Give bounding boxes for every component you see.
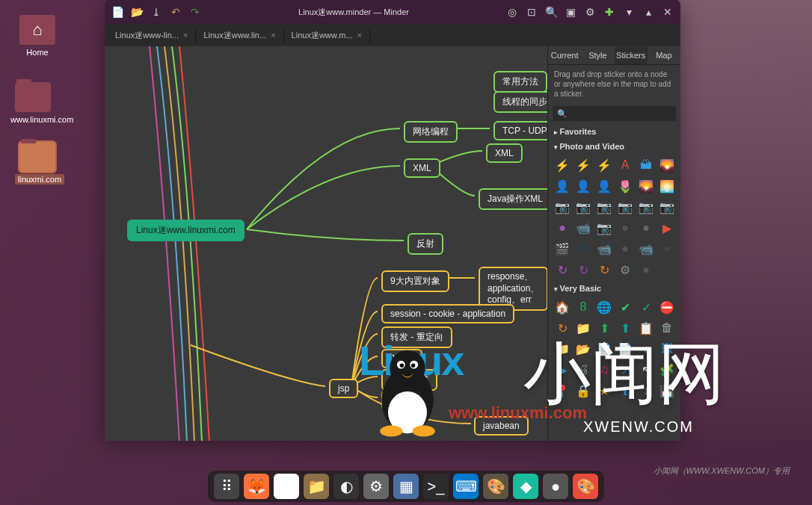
sticker-item[interactable]: ▶: [657, 218, 677, 238]
sticker-item[interactable]: ●: [553, 218, 572, 238]
redo-button[interactable]: ↷: [187, 4, 203, 20]
sticker-item[interactable]: 🗑: [657, 318, 677, 338]
dock-vscode[interactable]: ⌨: [453, 474, 479, 499]
minimize-button[interactable]: ▾: [621, 4, 637, 20]
mindmap-canvas[interactable]: Linux迷www.linuxmi.com 常用方法线程的同步网络编程TCP -…: [105, 46, 547, 441]
sticker-item[interactable]: 8: [573, 297, 593, 317]
sticker-item[interactable]: ↻: [553, 318, 572, 338]
sticker-item[interactable]: 🔒: [573, 381, 593, 400]
sticker-item[interactable]: 📷: [615, 197, 635, 217]
node-n16[interactable]: jsp: [329, 379, 358, 398]
sticker-item[interactable]: ●: [636, 260, 656, 279]
sticker-item[interactable]: ⚡: [594, 155, 614, 175]
sticker-item[interactable]: 🎬: [553, 239, 572, 258]
sticker-item[interactable]: 📷: [636, 197, 656, 217]
sticker-item[interactable]: ●: [615, 218, 635, 238]
sticker-item[interactable]: ⚡: [553, 155, 572, 175]
sticker-search-input[interactable]: [553, 106, 676, 121]
sticker-item[interactable]: 📄: [615, 339, 635, 359]
titlebar[interactable]: 📄 📂 ⤓ ↶ ↷ Linux迷www.minder — Minder ◎ ⊡ …: [105, 0, 680, 24]
sticker-item[interactable]: 📍: [553, 381, 572, 400]
dock-settings[interactable]: ⚙: [363, 474, 389, 499]
sticker-item[interactable]: 📹: [594, 239, 614, 258]
node-n7[interactable]: Java操作XML: [479, 188, 547, 210]
sticker-item[interactable]: ●: [615, 239, 635, 258]
sticker-item[interactable]: ℹ: [615, 381, 635, 400]
tab-1[interactable]: Linux迷www.lin...×: [196, 27, 283, 44]
sticker-item[interactable]: 🏔: [636, 155, 656, 175]
sticker-item[interactable]: ↻: [553, 260, 572, 279]
sticker-item[interactable]: ↻: [573, 260, 593, 279]
panel-tab-current[interactable]: Current: [548, 46, 581, 64]
node-n3[interactable]: 网络编程: [404, 121, 458, 143]
sticker-item[interactable]: 📂: [573, 339, 593, 359]
undo-button[interactable]: ↶: [167, 4, 184, 20]
tab-close-icon[interactable]: ×: [183, 31, 188, 40]
node-button[interactable]: ▣: [562, 4, 579, 20]
node-n1[interactable]: 常用方法: [493, 71, 547, 93]
sticker-item[interactable]: ♫: [594, 360, 614, 379]
sticker-item[interactable]: 📹: [636, 239, 656, 258]
panel-tab-stickers[interactable]: Stickers: [615, 46, 648, 64]
dock-minder[interactable]: ◆: [513, 474, 538, 499]
sticker-item[interactable]: ⚡: [573, 155, 593, 175]
dock-screenshot[interactable]: ▦: [393, 474, 419, 499]
section-favorites[interactable]: Favorites: [548, 124, 680, 139]
sticker-item[interactable]: 👤: [594, 176, 614, 196]
node-n17[interactable]: javabean: [474, 416, 529, 436]
sticker-item[interactable]: ↓: [636, 381, 656, 400]
settings-button[interactable]: ⚙: [582, 4, 598, 20]
maximize-button[interactable]: ▴: [640, 4, 656, 20]
open-button[interactable]: 📂: [129, 4, 145, 20]
sticker-item[interactable]: 📷: [594, 218, 614, 238]
node-n8[interactable]: 反射: [407, 233, 443, 255]
sticker-item[interactable]: ↖: [636, 360, 656, 379]
sticker-item[interactable]: ⬆: [594, 318, 614, 338]
node-n15[interactable]: jstl: [381, 390, 410, 409]
section-very-basic[interactable]: Very Basic: [548, 281, 680, 296]
desktop-folder-linuxmi-sel[interactable]: linuxmi.com: [15, 142, 60, 184]
tab-close-icon[interactable]: ×: [357, 31, 362, 40]
sticker-item[interactable]: 📁: [553, 339, 572, 359]
sticker-item[interactable]: ⬆: [615, 318, 635, 338]
sticker-item[interactable]: 📋: [636, 318, 656, 338]
sticker-item[interactable]: 🌐: [594, 297, 614, 317]
tab-0[interactable]: Linux迷www-lin...×: [108, 27, 196, 44]
sticker-item[interactable]: 👤: [553, 176, 572, 196]
sticker-item[interactable]: ⚙: [615, 260, 635, 279]
dock-krita[interactable]: 🎨: [573, 474, 598, 499]
node-n9[interactable]: 9大内置对象: [381, 270, 449, 292]
section-photo-and-video[interactable]: Photo and Video: [548, 139, 680, 154]
panel-tab-style[interactable]: Style: [581, 46, 614, 64]
sticker-item[interactable]: 💾: [657, 381, 677, 400]
sticker-item[interactable]: 📷: [573, 197, 593, 217]
sticker-item[interactable]: ♪: [636, 339, 656, 359]
node-n12[interactable]: 转发 - 重定向: [381, 326, 452, 348]
desktop-home[interactable]: ⌂ Home: [15, 15, 60, 57]
node-n5[interactable]: XML: [404, 158, 440, 178]
sticker-item[interactable]: ★: [594, 381, 614, 400]
sticker-item[interactable]: ✔: [615, 297, 635, 317]
tab-2[interactable]: Linux迷www.m...×: [284, 27, 370, 44]
dock-chrome[interactable]: ◉: [274, 474, 299, 499]
sticker-item[interactable]: 🖼: [657, 339, 677, 359]
dock-gimp[interactable]: 🎨: [483, 474, 508, 499]
sticker-item[interactable]: ⛔: [657, 297, 677, 317]
sticker-item[interactable]: 👤: [573, 176, 593, 196]
close-button[interactable]: ✕: [659, 4, 676, 20]
sticker-item[interactable]: 📷: [553, 197, 572, 217]
sticker-item[interactable]: ●: [636, 218, 656, 238]
sticker-item[interactable]: 🎞: [573, 239, 593, 258]
zoom-button[interactable]: 🔍: [543, 4, 559, 20]
sticker-item[interactable]: ↗: [615, 360, 635, 379]
sticker-item[interactable]: 📹: [573, 218, 593, 238]
dock-toggle[interactable]: ◐: [333, 474, 359, 499]
sticker-item[interactable]: ✓: [636, 297, 656, 317]
node-n6[interactable]: XML: [486, 143, 523, 163]
focus-button[interactable]: ◎: [504, 4, 520, 20]
node-n11[interactable]: session - cookie - application: [381, 304, 514, 323]
dock-app2[interactable]: ●: [543, 474, 568, 499]
dock-apps[interactable]: ⠿: [214, 474, 239, 499]
root-node[interactable]: Linux迷www.linuxmi.com: [127, 220, 244, 241]
sticker-item[interactable]: 🌅: [657, 176, 677, 196]
